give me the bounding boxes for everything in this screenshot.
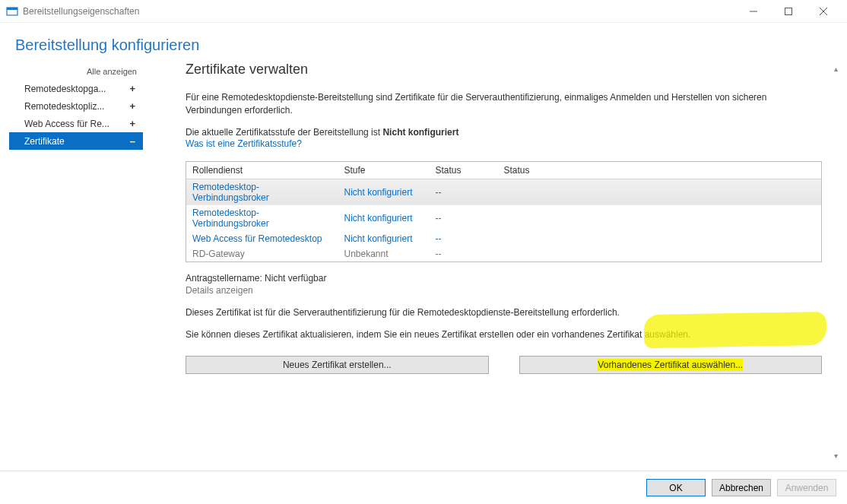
update-text: Sie können dieses Zertifikat aktualisier… [186,328,822,341]
col-status2[interactable]: Status [498,161,822,179]
new-certificate-button[interactable]: Neues Zertifikat erstellen... [186,356,489,374]
scroll-up-icon[interactable]: ▴ [830,63,842,74]
cell-level: Nicht konfiguriert [338,231,430,246]
cell-level: Unbekannt [338,246,430,262]
sidebar-item-label: Remotedesktopliz... [24,101,104,112]
cell-s1: -- [430,246,498,262]
table-row[interactable]: Remotedesktop-Verbindungsbroker Nicht ko… [186,205,822,231]
table-row[interactable]: Web Access für Remotedesktop Nicht konfi… [186,231,822,246]
details-link[interactable]: Details anzeigen [186,285,822,296]
cell-level: Nicht konfiguriert [338,205,430,231]
app-icon [6,5,18,17]
table-header-row: Rollendienst Stufe Status Status [186,161,822,179]
ok-button[interactable]: OK [646,479,706,496]
scroll-down-icon[interactable]: ▾ [830,450,842,461]
collapse-icon: – [130,135,135,147]
cell-role: Remotedesktop-Verbindungsbroker [186,205,338,231]
cert-button-row: Neues Zertifikat erstellen... Vorhandene… [186,356,822,374]
col-role[interactable]: Rollendienst [186,161,338,179]
sidebar-item-label: Remotedesktopga... [24,84,106,94]
col-level[interactable]: Stufe [338,161,430,179]
what-is-cert-level-link[interactable]: Was ist eine Zertifikatsstufe? [186,138,822,149]
required-text: Dieses Zertifikat ist für die Serverauth… [186,306,822,319]
page-title: Bereitstellung konfigurieren [15,36,832,54]
cell-role: Web Access für Remotedesktop [186,231,338,246]
content-heading: Zertifikate verwalten [186,62,822,78]
intro-text: Für eine Remotedesktopdienste-Bereitstel… [186,91,822,118]
select-existing-certificate-button[interactable]: Vorhandenes Zertifikat auswählen... [519,356,823,374]
minimize-button[interactable] [736,0,771,23]
dialog-footer: OK Abbrechen Anwenden [0,471,847,504]
level-value: Nicht konfiguriert [382,127,458,138]
cell-role: Remotedesktop-Verbindungsbroker [186,179,338,205]
subject-name: Antragstellername: Nicht verfügbar [186,273,822,284]
cell-s1: -- [430,179,498,205]
expand-icon: + [129,118,135,129]
sidebar-item-label: Zertifikate [24,136,65,147]
sidebar-item-certificates[interactable]: Zertifikate – [9,132,143,150]
titlebar: Bereitstellungseigenschaften [0,0,847,23]
cell-s1: -- [430,205,498,231]
certificates-table: Rollendienst Stufe Status Status Remoted… [186,161,822,262]
table-row[interactable]: RD-Gateway Unbekannt -- [186,246,822,262]
sidebar-item-web-access[interactable]: Web Access für Re... + [9,115,143,132]
cell-s2 [498,205,822,231]
content-area: Zertifikate verwalten Für eine Remotedes… [143,62,830,463]
svg-rect-3 [785,8,792,14]
window-title: Bereitstellungseigenschaften [23,6,736,17]
table-row[interactable]: Remotedesktop-Verbindungsbroker Nicht ko… [186,179,822,205]
close-button[interactable] [806,0,841,23]
col-status1[interactable]: Status [430,161,498,179]
cancel-button[interactable]: Abbrechen [712,479,771,496]
sidebar-item-label: Web Access für Re... [24,119,109,129]
svg-rect-1 [7,8,17,10]
cell-s2 [498,246,822,262]
cell-level: Nicht konfiguriert [338,179,430,205]
cell-s2 [498,231,822,246]
cell-s2 [498,179,822,205]
sidebar-item-rd-gateway[interactable]: Remotedesktopga... + [9,80,143,97]
apply-button[interactable]: Anwenden [777,479,836,496]
vertical-scrollbar[interactable]: ▴ ▾ [830,62,842,463]
body: Alle anzeigen Remotedesktopga... + Remot… [0,62,847,471]
cell-role: RD-Gateway [186,246,338,262]
window-controls [736,0,841,23]
level-prefix: Die aktuelle Zertifikatsstufe der Bereit… [186,127,382,138]
page-header: Bereitstellung konfigurieren [0,23,847,62]
button-label: Vorhandenes Zertifikat auswählen... [598,359,743,371]
expand-icon: + [129,100,135,112]
sidebar-item-rd-licensing[interactable]: Remotedesktopliz... + [9,97,143,115]
maximize-button[interactable] [771,0,806,23]
sidebar: Alle anzeigen Remotedesktopga... + Remot… [9,62,143,463]
cell-s1: -- [430,231,498,246]
expand-icon: + [129,83,135,94]
show-all-link[interactable]: Alle anzeigen [9,65,143,78]
cert-level-status: Die aktuelle Zertifikatsstufe der Bereit… [186,127,822,138]
